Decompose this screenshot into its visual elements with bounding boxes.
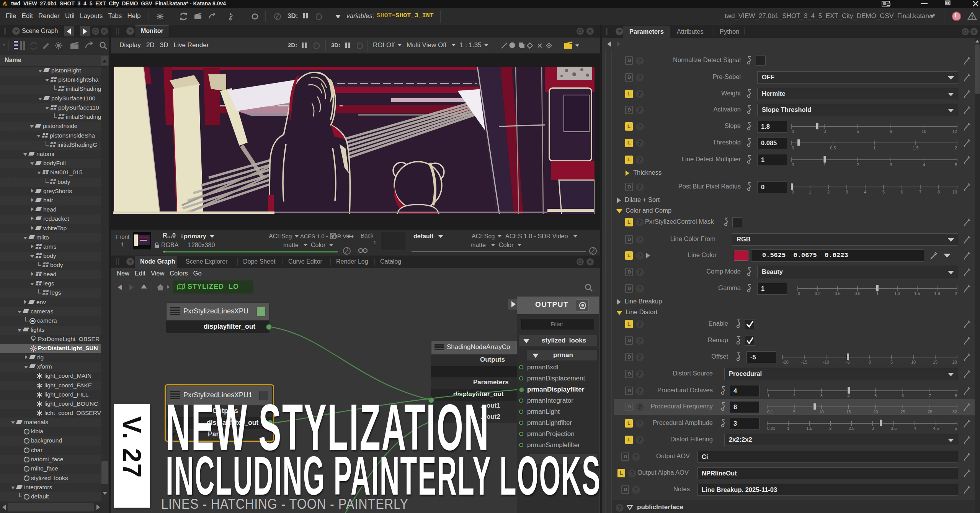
svg-text:4: 4 [864,190,866,194]
svg-text:0.5: 0.5 [835,291,840,296]
svg-text:2: 2 [955,146,957,150]
svg-text:0.01: 0.01 [767,426,775,431]
svg-text:0: 0 [792,129,794,134]
svg-text:6: 6 [902,393,904,398]
svg-text:1: 1 [767,393,769,398]
svg-text:2: 2 [827,190,830,194]
svg-text:1.8: 1.8 [934,291,940,296]
svg-text:1: 1 [873,146,875,150]
svg-text:5: 5 [882,190,885,194]
svg-text:6: 6 [901,190,903,194]
svg-text:7: 7 [919,190,921,194]
svg-text:7: 7 [929,393,931,398]
svg-text:3: 3 [872,426,874,431]
svg-text:8: 8 [890,129,892,134]
svg-text:2: 2 [857,162,859,167]
svg-text:32: 32 [952,410,957,414]
svg-text:8: 8 [938,190,940,194]
svg-text:1.3: 1.3 [894,291,900,296]
svg-text:-5: -5 [846,360,850,364]
svg-text:10: 10 [911,360,916,364]
svg-text:3: 3 [890,162,892,167]
svg-text:1: 1 [876,291,879,296]
svg-text:2.5: 2.5 [849,426,854,431]
svg-text:1.5: 1.5 [914,291,920,296]
svg-text:28: 28 [928,410,932,414]
svg-text:3.5: 3.5 [891,426,897,431]
svg-text:25: 25 [900,410,905,414]
svg-text:5: 5 [793,410,795,414]
svg-text:5: 5 [890,360,893,364]
svg-text:-20: -20 [782,360,789,364]
svg-text:1.5: 1.5 [807,426,812,431]
svg-text:1: 1 [809,190,811,194]
svg-text:0: 0 [792,146,794,150]
svg-text:15: 15 [846,410,851,414]
svg-text:0.1: 0.1 [767,410,773,414]
svg-text:1: 1 [787,426,789,431]
svg-text:12: 12 [952,129,957,134]
svg-text:2: 2 [829,426,831,431]
svg-text:2: 2 [793,393,795,398]
svg-text:20: 20 [873,410,878,414]
svg-text:5: 5 [857,129,859,134]
svg-text:10: 10 [952,190,957,194]
svg-text:5: 5 [874,393,877,398]
svg-text:1: 1 [823,162,826,167]
svg-text:10: 10 [819,410,824,414]
svg-text:1.5: 1.5 [913,146,918,150]
svg-text:4: 4 [923,162,925,167]
svg-text:0: 0 [792,162,794,167]
svg-text:-10: -10 [823,360,829,364]
svg-text:3: 3 [823,129,826,134]
svg-text:0: 0 [798,291,800,296]
svg-text:4: 4 [914,426,916,431]
svg-text:0.2: 0.2 [815,291,820,296]
svg-text:0.5: 0.5 [830,146,836,150]
svg-text:2: 2 [955,291,957,296]
svg-text:0: 0 [869,360,871,364]
svg-text:4.5: 4.5 [933,426,939,431]
svg-text:5: 5 [955,426,957,431]
svg-text:4: 4 [848,393,850,398]
svg-text:-15: -15 [801,360,807,364]
svg-text:5: 5 [955,162,957,167]
svg-text:15: 15 [933,360,938,364]
svg-text:3: 3 [846,190,848,194]
svg-text:3: 3 [820,393,823,398]
svg-text:8: 8 [955,393,957,398]
svg-text:0.8: 0.8 [854,291,860,296]
svg-text:20: 20 [952,360,957,364]
svg-text:10: 10 [921,129,926,134]
svg-text:0: 0 [792,190,794,194]
